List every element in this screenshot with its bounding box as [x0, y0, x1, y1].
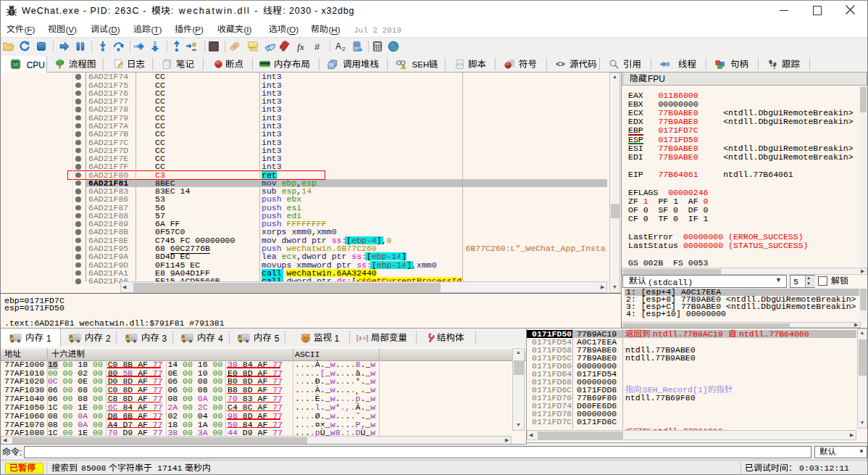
svg-text:#: #	[314, 41, 320, 52]
svg-text:fx: fx	[297, 41, 304, 52]
svg-text:x: x	[358, 334, 362, 342]
svg-text:=]: =]	[363, 334, 369, 342]
svg-text:!: !	[403, 65, 404, 69]
svg-text:<>: <>	[556, 59, 565, 68]
svg-text:S: S	[211, 41, 216, 52]
svg-text:<>: <>	[456, 62, 462, 67]
svg-text:2: 2	[342, 46, 346, 52]
svg-text:32: 32	[13, 62, 18, 67]
svg-text:A: A	[335, 41, 341, 51]
